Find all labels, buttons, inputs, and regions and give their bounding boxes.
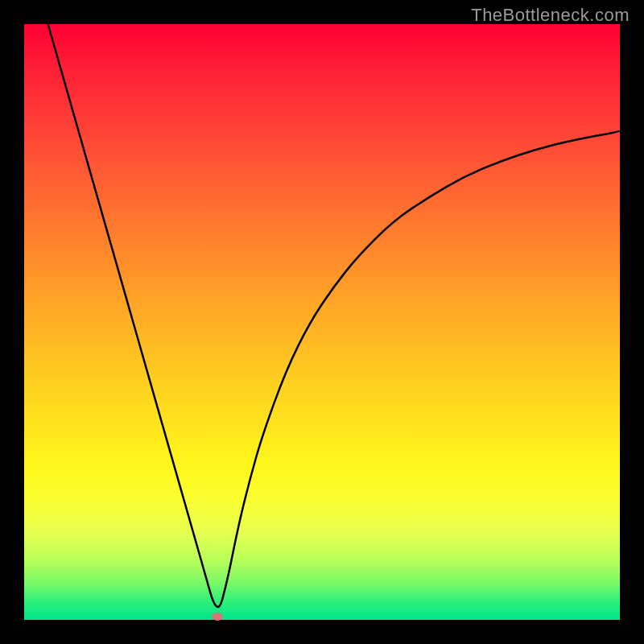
bottleneck-curve — [24, 24, 620, 620]
attribution-text: TheBottleneck.com — [471, 5, 630, 26]
plot-area — [24, 24, 620, 620]
chart-container: TheBottleneck.com — [0, 0, 644, 644]
curve-minimum-marker — [212, 613, 223, 621]
